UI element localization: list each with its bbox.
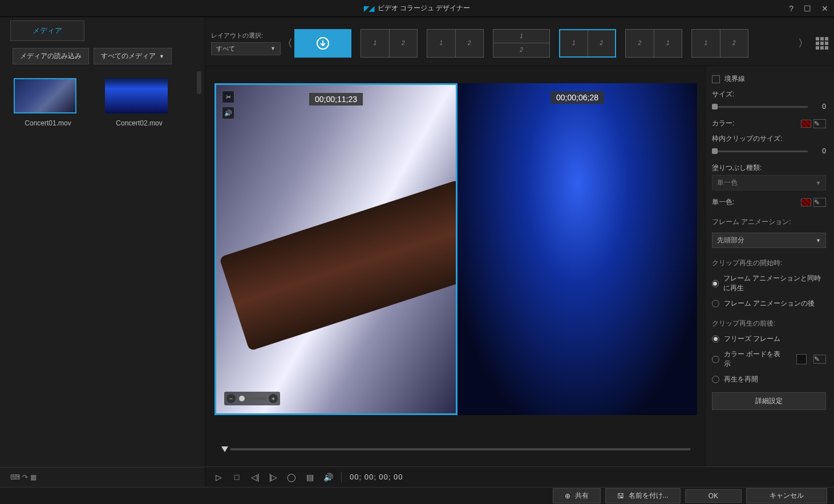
import-media-button[interactable]: メディアの読み込み [13,48,89,64]
maximize-icon[interactable]: ☐ [801,4,813,13]
close-icon[interactable]: ✕ [819,4,831,13]
collage-pane-2[interactable]: 00;00;06;28 [458,83,697,415]
layout-filter-dropdown[interactable]: すべて ▼ [211,42,281,55]
dialog-footer: ⊕ 共有 🖫 名前を付け... OK キャンセル [0,487,834,504]
layout-template[interactable]: 12 [691,29,748,58]
zoom-control[interactable]: − + [224,392,280,405]
radio-label: カラー ボードを表示 [724,349,787,369]
volume-button[interactable]: 🔊 [323,473,333,482]
play-button[interactable]: ▷ [213,473,224,482]
collage-pane-1[interactable]: ✂ 🔊 00;00;11;23 − + [214,83,458,415]
color-picker-button[interactable]: ✎ [813,119,826,128]
zoom-in-button[interactable]: + [269,394,278,403]
caret-down-icon: ▼ [816,238,821,243]
caret-down-icon: ▼ [159,54,164,59]
layout-template[interactable]: 12 [559,29,616,58]
border-color-swatch[interactable] [801,120,811,128]
title-bar: ◤◢ ビデオ コラージュ デザイナー ? ☐ ✕ [0,0,834,17]
share-label: 共有 [575,491,589,501]
prev-frame-button[interactable]: ◁| [250,473,260,482]
layout-grid-view-button[interactable] [816,37,828,50]
layout-template[interactable]: 21 [625,29,682,58]
radio-icon [712,280,719,287]
fill-type-dropdown[interactable]: 単一色 ▼ [712,175,826,190]
color-picker-button[interactable]: ✎ [813,355,826,364]
media-thumbnail[interactable] [14,78,76,113]
timeline[interactable] [214,438,697,461]
media-item[interactable]: Concert02.mov [105,78,173,127]
color-picker-button[interactable]: ✎ [813,198,826,207]
fill-type-value: 単一色 [717,178,738,188]
volume-icon[interactable]: 🔊 [222,107,234,119]
radio-after-frame-anim[interactable]: フレーム アニメーションの後 [712,299,826,308]
display-options-button[interactable]: ▤ [305,473,315,482]
border-checkbox[interactable] [712,75,720,83]
grid-target-icon[interactable]: ▦ [30,473,37,481]
arrow-to-icon: ↷ [22,473,28,481]
colorboard-swatch[interactable] [796,354,807,364]
fill-type-label: 塗りつぶし種類: [712,163,826,173]
ok-button[interactable]: OK [685,489,742,503]
shuffle-icon[interactable]: ✂ [222,91,234,103]
frame-animation-dropdown[interactable]: 先頭部分 ▼ [712,233,826,248]
next-frame-button[interactable]: |▷ [268,473,278,482]
border-label: 境界線 [724,74,826,84]
layout-template[interactable]: 1 2 [493,29,550,58]
media-item[interactable]: Concert01.mov [14,78,82,127]
size-value: 0 [812,103,826,111]
save-icon: 🖫 [617,492,624,500]
keyboard-icon[interactable]: ⌨ [10,473,20,481]
save-as-button[interactable]: 🖫 名前を付け... [605,488,681,503]
saveas-label: 名前を付け... [629,491,669,501]
download-layouts-button[interactable] [294,29,351,58]
layout-filter-value: すべて [216,44,235,53]
radio-icon [712,300,719,307]
layout-template[interactable]: 12 [427,29,484,58]
media-filename: Concert01.mov [14,119,82,127]
caret-down-icon: ▼ [816,180,821,186]
radio-label: フリーズ フレーム [724,334,780,344]
size-label: サイズ: [712,90,826,99]
app-title: ビデオ コラージュ デザイナー [378,3,471,13]
playback-controls: ▷ □ ◁| |▷ ◯ ▤ 🔊 00; 00; 00; 00 [205,466,834,487]
fill-color-swatch[interactable] [801,198,811,206]
radio-with-frame-anim[interactable]: フレーム アニメーションと同時に再生 [712,274,826,293]
radio-color-board[interactable]: カラー ボードを表示 ✎ [712,349,826,369]
cancel-button[interactable]: キャンセル [746,488,827,503]
share-button[interactable]: ⊕ 共有 [553,488,601,503]
app-logo-icon: ◤◢ [364,5,374,13]
media-filter-label: すべてのメディア [101,51,156,61]
zoom-out-button[interactable]: − [226,394,236,403]
help-icon[interactable]: ? [787,4,796,13]
layout-prev-button[interactable]: 〈 [281,29,294,58]
frame-animation-value: 先頭部分 [717,235,744,245]
media-scrollbar[interactable] [197,71,203,467]
radio-label: フレーム アニメーションの後 [724,299,815,308]
media-filter-dropdown[interactable]: すべてのメディア ▼ [94,48,172,64]
pane-timecode: 00;00;06;28 [550,91,604,104]
inner-clip-slider[interactable] [712,151,808,152]
zoom-slider[interactable] [238,397,266,400]
radio-icon [712,335,719,343]
advanced-settings-button[interactable]: 詳細設定 [712,392,826,410]
layout-next-button[interactable]: 〉 [796,29,810,58]
radio-freeze-frame[interactable]: フリーズ フレーム [712,334,826,344]
tab-media[interactable]: メディア [10,21,84,41]
radio-resume-play[interactable]: 再生を再開 [712,375,826,384]
frame-animation-label: フレーム アニメーション: [712,217,826,227]
clip-around-label: クリップ再生の前後: [712,319,826,328]
import-media-label: メディアの読み込み [20,51,82,61]
radio-label: フレーム アニメーションと同時に再生 [723,274,826,293]
playhead-icon[interactable] [221,446,228,452]
timeline-track[interactable] [230,448,690,450]
layout-template[interactable]: 12 [361,29,418,58]
playback-timecode: 00; 00; 00; 00 [350,473,403,481]
media-thumbnail[interactable] [105,78,168,113]
radio-icon [712,376,719,383]
stop-button[interactable]: □ [232,473,242,482]
inner-clip-value: 0 [812,147,826,155]
size-slider[interactable] [712,106,808,108]
preview-canvas: ✂ 🔊 00;00;11;23 − + 00;00;06;28 [214,83,697,415]
snapshot-button[interactable]: ◯ [286,473,297,482]
inner-clip-size-label: 枠内クリップのサイズ: [712,134,826,144]
